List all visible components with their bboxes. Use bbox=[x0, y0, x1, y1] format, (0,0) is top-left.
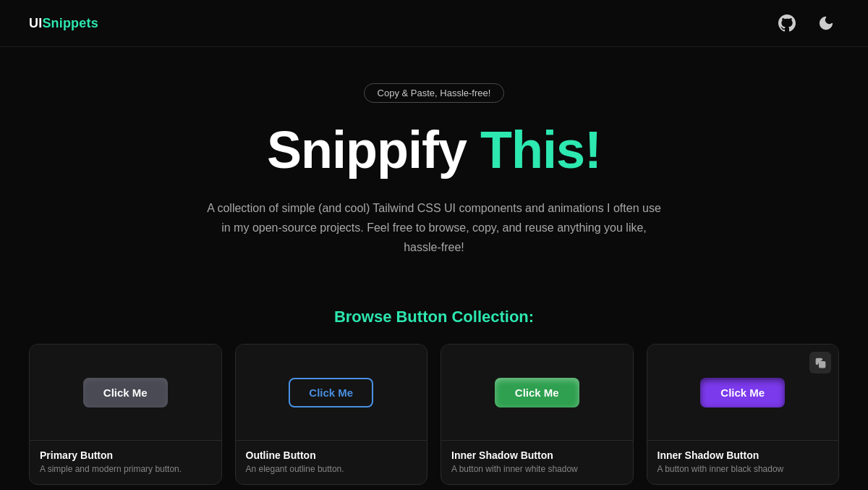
header: UISnippets bbox=[0, 0, 868, 47]
header-icons bbox=[774, 10, 839, 36]
copy-button-card4[interactable] bbox=[809, 352, 831, 373]
card-preview-inner-black: Click Me bbox=[647, 345, 839, 440]
card-inner-shadow-white: Click Me Inner Shadow Button A button wi… bbox=[441, 344, 634, 485]
theme-toggle-button[interactable] bbox=[813, 10, 839, 36]
hero-section: Copy & Paste, Hassle-free! Snippify This… bbox=[0, 47, 868, 308]
card-inner-shadow-black: Click Me Inner Shadow Button A button wi… bbox=[647, 344, 840, 485]
logo: UISnippets bbox=[29, 16, 98, 31]
hero-title: Snippify This! bbox=[14, 123, 854, 178]
card-title-inner-white: Inner Shadow Button bbox=[451, 449, 623, 461]
inner-shadow-white-button[interactable]: Click Me bbox=[495, 378, 579, 407]
github-button[interactable] bbox=[774, 10, 800, 36]
outline-button[interactable]: Click Me bbox=[289, 378, 373, 407]
card-preview-outline: Click Me bbox=[236, 345, 427, 440]
card-info-primary: Primary Button A simple and modern prima… bbox=[30, 440, 221, 484]
hero-badge: Copy & Paste, Hassle-free! bbox=[364, 83, 505, 103]
card-desc-outline: An elegant outline button. bbox=[246, 464, 417, 474]
card-title-primary: Primary Button bbox=[40, 449, 211, 461]
hero-title-white: Snippify bbox=[267, 121, 467, 179]
card-desc-inner-black: A button with inner black shadow bbox=[658, 464, 829, 474]
card-desc-primary: A simple and modern primary button. bbox=[40, 464, 211, 474]
primary-button[interactable]: Click Me bbox=[83, 378, 168, 407]
card-title-outline: Outline Button bbox=[246, 449, 417, 461]
card-primary-button: Click Me Primary Button A simple and mod… bbox=[29, 344, 222, 485]
svg-rect-0 bbox=[819, 361, 825, 367]
card-preview-inner-white: Click Me bbox=[441, 345, 633, 440]
card-info-inner-white: Inner Shadow Button A button with inner … bbox=[441, 440, 633, 484]
card-info-inner-black: Inner Shadow Button A button with inner … bbox=[647, 440, 839, 484]
hero-description: A collection of simple (and cool) Tailwi… bbox=[203, 198, 665, 258]
card-info-outline: Outline Button An elegant outline button… bbox=[236, 440, 427, 484]
inner-shadow-black-button[interactable]: Click Me bbox=[700, 378, 785, 407]
logo-snippets: Snippets bbox=[42, 16, 98, 30]
card-grid: Click Me Primary Button A simple and mod… bbox=[0, 344, 868, 485]
logo-ui: UI bbox=[29, 16, 42, 30]
hero-title-teal: This! bbox=[480, 121, 601, 179]
moon-icon bbox=[818, 15, 834, 31]
section-title: Browse Button Collection: bbox=[0, 308, 868, 326]
github-icon bbox=[778, 14, 796, 32]
card-preview-primary: Click Me bbox=[30, 345, 221, 440]
card-desc-inner-white: A button with inner white shadow bbox=[451, 464, 623, 474]
copy-icon bbox=[815, 358, 826, 368]
card-title-inner-black: Inner Shadow Button bbox=[658, 449, 829, 461]
card-outline-button: Click Me Outline Button An elegant outli… bbox=[235, 344, 428, 485]
